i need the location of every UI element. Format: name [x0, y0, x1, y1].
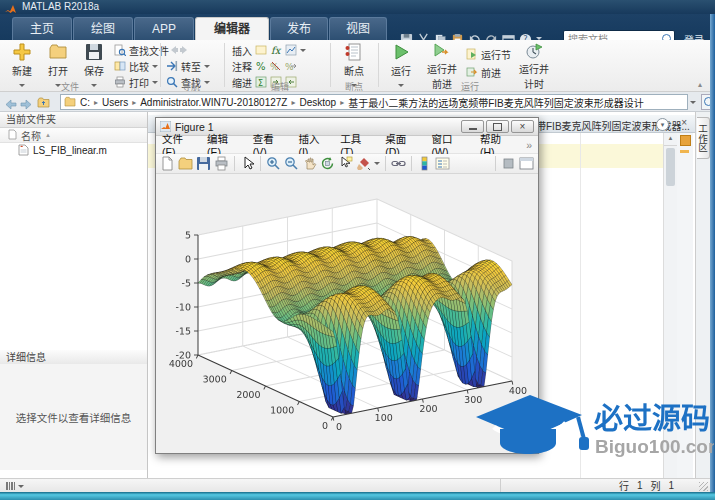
tab-view[interactable]: 视图 [329, 17, 387, 40]
new-button[interactable]: 新建 [6, 42, 38, 80]
run-button[interactable]: 运行 [384, 42, 418, 80]
fig-save-icon[interactable] [196, 156, 211, 171]
scrollbar-up-icon[interactable]: ▲ [664, 133, 677, 146]
advance-button[interactable]: 前进 [466, 65, 501, 79]
insert-section-icon [255, 44, 267, 56]
zoom-in-icon[interactable] [266, 156, 281, 171]
run-section-button[interactable]: 运行节 [466, 47, 511, 61]
fig-open-icon[interactable] [178, 156, 193, 171]
run-advance-icon [422, 43, 462, 61]
svg-text:fx: fx [271, 45, 282, 56]
name-column-header[interactable]: 名称 ▲ [0, 128, 147, 143]
insert-row[interactable]: 插入 fx [232, 43, 306, 57]
compare-button[interactable]: 比较 [114, 59, 158, 73]
editor-tab-close-icon[interactable]: × [681, 117, 687, 128]
ribbon-tab-bar: 主页 绘图 APP 编辑器 发布 视图 ? 搜索文档 登录 [0, 14, 715, 40]
print-button[interactable]: 打印 [114, 75, 158, 89]
watermark: 必过源码 Biguo100.com [468, 383, 714, 467]
current-folder-header[interactable]: 当前文件夹 [0, 112, 147, 128]
print-label: 打印 [129, 75, 149, 90]
brush-icon[interactable] [356, 156, 371, 171]
row-label: 行 [619, 478, 629, 493]
save-button[interactable]: 保存 [78, 42, 110, 80]
breakpoints-label: 断点 [344, 66, 364, 77]
goto-button[interactable]: 转至 [166, 59, 210, 73]
zoom-out-icon[interactable] [284, 156, 299, 171]
dock-figure-icon[interactable] [501, 156, 516, 171]
status-widget-icon[interactable] [6, 482, 26, 490]
comment-row[interactable]: 注释 % % % [232, 59, 297, 73]
wrap-comment-icon: % [285, 60, 297, 72]
link-plot-icon[interactable] [391, 156, 406, 171]
status-bar: 行 1 列 1 [0, 478, 710, 492]
watermark-domain: Biguo100.com [595, 436, 714, 457]
svg-text:%: % [256, 61, 266, 72]
editor-tab-menu-icon[interactable]: ▾ [656, 118, 669, 131]
comment-label: 注释 [232, 59, 252, 74]
pan-hand-icon[interactable] [302, 156, 317, 171]
warning-indicator-icon[interactable] [680, 135, 691, 146]
breadcrumb[interactable]: C:▸ Users▸ Administrator.WIN7U-20180127Z… [60, 94, 688, 110]
breakpoints-button[interactable]: 断点 [336, 42, 372, 80]
sort-asc-icon: ▲ [45, 132, 51, 138]
col-label: 列 [650, 478, 660, 493]
breadcrumb-dropdown-icon[interactable] [690, 101, 696, 104]
fig-arrow-cursor-icon[interactable] [240, 156, 255, 171]
matlab-window: MATLAB R2018a 主页 绘图 APP 编辑器 发布 视图 ? 搜索文档… [0, 0, 715, 500]
mfile-icon [18, 144, 29, 158]
breadcrumb-segment[interactable]: 基于最小二乘方法的远场宽频带FIB麦克风阵列固定波束形成器设计 [348, 95, 644, 110]
find-files-icon [114, 44, 126, 56]
nav-back-forward-icons[interactable] [168, 43, 190, 57]
details-placeholder: 选择文件以查看详细信息 [0, 364, 147, 470]
workspace-tab[interactable]: 工作区 [697, 117, 710, 159]
data-cursor-icon[interactable] [338, 156, 353, 171]
file-name[interactable]: LS_FIB_linear.m [33, 145, 107, 156]
indent-label: 缩进 [232, 75, 252, 90]
warning-marker-icon[interactable] [680, 150, 689, 153]
ribbon-collapse-icon[interactable]: ▴ [698, 80, 702, 89]
tab-home[interactable]: 主页 [12, 17, 72, 40]
find-files-label: 查找文件 [129, 43, 169, 58]
tab-editor[interactable]: 编辑器 [195, 17, 269, 40]
run-icon [384, 43, 418, 63]
tab-apps[interactable]: APP [134, 17, 194, 40]
fig-new-icon[interactable] [160, 156, 175, 171]
breadcrumb-segment[interactable]: Users [102, 97, 128, 108]
file-row[interactable]: LS_FIB_linear.m [0, 143, 147, 158]
run-label: 运行 [391, 66, 411, 77]
new-label: 新建 [12, 66, 32, 77]
tab-publish[interactable]: 发布 [270, 17, 328, 40]
breakpoints-icon [336, 43, 372, 63]
open-label: 打开 [48, 66, 68, 77]
breadcrumb-segment[interactable]: C: [80, 97, 90, 108]
run-time-label2: 计时 [524, 79, 544, 90]
title-bar[interactable]: MATLAB R2018a [0, 0, 715, 14]
folder-icon [64, 96, 76, 109]
resize-grip[interactable] [699, 482, 708, 491]
plot-tools-icon[interactable] [519, 156, 534, 171]
run-section-icon [466, 48, 478, 60]
comment-icon: % [255, 60, 267, 72]
run-section-label: 运行节 [481, 47, 511, 62]
file-type-column-icon [8, 129, 17, 142]
scrollbar-thumb[interactable] [666, 148, 675, 186]
matlab-logo-icon [5, 1, 16, 12]
menu-overflow-icon[interactable]: » [520, 139, 538, 151]
insert-colorbar-icon[interactable] [417, 156, 432, 171]
row-value: 1 [637, 480, 643, 491]
breadcrumb-segment[interactable]: Desktop [299, 97, 336, 108]
figure-menu-bar: 文件(F) 编辑(E) 查看(V) 插入(I) 工具(T) 桌面(D) 窗口(W… [156, 136, 538, 154]
fig-print-icon[interactable] [214, 156, 229, 171]
up-folder-icon[interactable] [37, 95, 50, 113]
brush-dropdown-icon[interactable] [374, 162, 380, 165]
goto-icon [166, 60, 178, 72]
tab-plots[interactable]: 绘图 [73, 17, 133, 40]
open-button[interactable]: 打开 [42, 42, 74, 80]
run-time-button[interactable]: 运行并 计时 [514, 42, 554, 80]
breadcrumb-segment[interactable]: Administrator.WIN7U-20180127Z [140, 97, 287, 108]
address-bar: C:▸ Users▸ Administrator.WIN7U-20180127Z… [0, 92, 715, 112]
insert-legend-icon[interactable] [435, 156, 450, 171]
run-advance-button[interactable]: 运行并 前进 [422, 42, 462, 80]
rotate-3d-icon[interactable] [320, 156, 335, 171]
goto-label: 转至 [181, 59, 201, 74]
